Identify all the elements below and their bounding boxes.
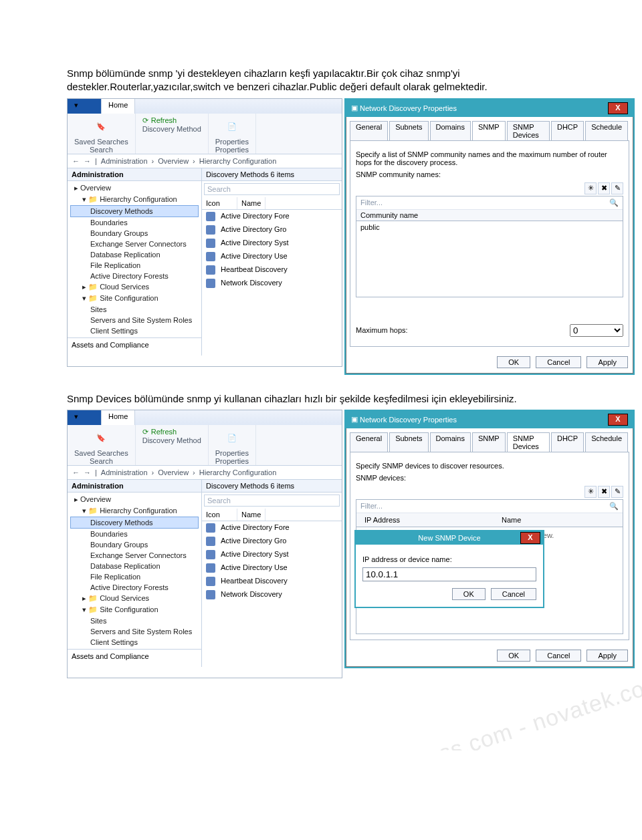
apply-button[interactable]: Apply [586, 650, 628, 662]
tab-subnets[interactable]: Subnets [389, 432, 428, 452]
close-icon[interactable]: X [608, 102, 628, 114]
tree-ad-forests[interactable]: Active Directory Forests [70, 271, 199, 281]
breadcrumb-0[interactable]: Administration [101, 157, 148, 165]
app-menu-tab[interactable]: ▾ [68, 410, 102, 425]
home-tab[interactable]: Home [102, 99, 135, 114]
tree-boundary-groups[interactable]: Boundary Groups [70, 228, 199, 239]
wunder-software-library[interactable]: Software Library [68, 352, 201, 356]
col-name[interactable]: Name [237, 197, 265, 209]
row-ad-forest[interactable]: Active Directory Fore [202, 210, 342, 223]
tree-overview[interactable]: ▸ Overview [70, 494, 199, 505]
tree-ad-forests[interactable]: Active Directory Forests [70, 582, 199, 593]
tab-subnets[interactable]: Subnets [389, 121, 428, 140]
community-name-header[interactable]: Community name [356, 210, 623, 221]
saved-searches-button[interactable]: 🔖 [74, 116, 128, 138]
tree-exchange-connectors[interactable]: Exchange Server Connectors [70, 239, 199, 249]
wunder-software-library[interactable]: Software Library [68, 663, 201, 667]
cancel-button[interactable]: Cancel [536, 650, 581, 662]
cancel-button[interactable]: Cancel [536, 356, 581, 368]
tree-discovery-methods[interactable]: Discovery Methods [70, 517, 199, 529]
tab-schedule[interactable]: Schedule [585, 432, 628, 452]
dialog-titlebar[interactable]: ▣ Network Discovery Properties X [346, 100, 633, 117]
tab-domains[interactable]: Domains [430, 121, 471, 140]
tree-sites[interactable]: Sites [70, 615, 199, 626]
list-search-input[interactable]: Search [204, 495, 340, 507]
tree-database-replication[interactable]: Database Replication [70, 561, 199, 571]
tab-snmp-devices[interactable]: SNMP Devices [507, 121, 550, 140]
tree-cloud-services[interactable]: ▸ 📁 Cloud Services [70, 281, 199, 293]
new-icon[interactable]: ✳ [584, 486, 597, 498]
row-ad-system[interactable]: Active Directory Syst [202, 548, 342, 561]
wunder-assets[interactable]: Assets and Compliance [68, 650, 201, 663]
tree-sites[interactable]: Sites [70, 304, 199, 315]
properties-button[interactable]: 📄 [215, 116, 249, 138]
wunder-assets[interactable]: Assets and Compliance [68, 338, 201, 352]
tree-boundaries[interactable]: Boundaries [70, 529, 199, 539]
tree-boundaries[interactable]: Boundaries [70, 217, 199, 228]
tree-servers-roles[interactable]: Servers and Site System Roles [70, 626, 199, 637]
row-ad-forest[interactable]: Active Directory Fore [202, 521, 342, 535]
col-name[interactable]: Name [498, 515, 525, 525]
tab-snmp[interactable]: SNMP [472, 432, 506, 452]
tree-file-replication[interactable]: File Replication [70, 571, 199, 582]
nav-fwd-icon[interactable]: → [84, 157, 91, 165]
tab-snmp-devices[interactable]: SNMP Devices [507, 432, 550, 452]
cancel-button[interactable]: Cancel [491, 588, 536, 600]
tree-overview[interactable]: ▸ Overview [70, 182, 199, 194]
tree-client-settings[interactable]: Client Settings [70, 637, 199, 648]
community-row-public[interactable]: public [356, 221, 623, 233]
tree-boundary-groups[interactable]: Boundary Groups [70, 539, 199, 550]
tree-discovery-methods[interactable]: Discovery Methods [70, 205, 199, 217]
tab-dhcp[interactable]: DHCP [551, 432, 584, 452]
tree-file-replication[interactable]: File Replication [70, 260, 199, 271]
tab-general[interactable]: General [350, 432, 388, 452]
tree-hierarchy-config[interactable]: ▾ 📁 Hierarchy Configuration [70, 194, 199, 205]
close-icon[interactable]: X [608, 414, 628, 426]
col-icon[interactable]: Icon [202, 197, 237, 209]
tree-site-configuration[interactable]: ▾ 📁 Site Configuration [70, 604, 199, 615]
app-menu-tab[interactable]: ▾ [68, 99, 102, 114]
properties-button[interactable]: 📄 [215, 428, 249, 449]
row-ad-user[interactable]: Active Directory Use [202, 250, 342, 263]
breadcrumb-2[interactable]: Hierarchy Configuration [199, 157, 277, 165]
breadcrumb-1[interactable]: Overview [158, 157, 189, 165]
tab-schedule[interactable]: Schedule [585, 121, 628, 140]
ip-input[interactable] [362, 567, 536, 581]
new-icon[interactable]: ✳ [584, 182, 597, 194]
row-network[interactable]: Network Discovery [202, 588, 342, 601]
tree-exchange-connectors[interactable]: Exchange Server Connectors [70, 550, 199, 561]
max-hops-select[interactable]: 0 [570, 324, 623, 337]
nav-back-icon[interactable]: ← [72, 157, 80, 165]
home-tab[interactable]: Home [102, 410, 135, 425]
delete-icon[interactable]: ✖ [598, 486, 610, 498]
apply-button[interactable]: Apply [586, 356, 628, 368]
filter-input[interactable]: Filter...🔍 [356, 196, 623, 210]
list-search-input[interactable]: Search [204, 183, 340, 195]
close-icon[interactable]: X [520, 532, 540, 544]
tab-snmp[interactable]: SNMP [472, 121, 506, 140]
refresh-button[interactable]: ⟳Refresh [142, 428, 201, 436]
row-network[interactable]: Network Discovery [202, 277, 342, 290]
row-ad-group[interactable]: Active Directory Gro [202, 223, 342, 237]
tree-cloud-services[interactable]: ▸ 📁 Cloud Services [70, 593, 199, 604]
saved-searches-button[interactable]: 🔖 [74, 428, 128, 449]
refresh-button[interactable]: ⟳ Refresh [142, 116, 201, 125]
ok-button[interactable]: OK [497, 356, 530, 368]
tree-hierarchy-config[interactable]: ▾ 📁 Hierarchy Configuration [70, 505, 199, 517]
tab-dhcp[interactable]: DHCP [551, 121, 584, 140]
filter-input[interactable]: Filter...🔍 [356, 500, 623, 513]
col-ip[interactable]: IP Address [360, 515, 498, 525]
tree-servers-roles[interactable]: Servers and Site System Roles [70, 315, 199, 325]
ok-button[interactable]: OK [497, 650, 530, 662]
tab-general[interactable]: General [350, 121, 388, 140]
tree-database-replication[interactable]: Database Replication [70, 249, 199, 260]
nav-fwd-icon[interactable]: → [84, 468, 91, 476]
row-ad-group[interactable]: Active Directory Gro [202, 535, 342, 548]
row-heartbeat[interactable]: Heartbeat Discovery [202, 263, 342, 277]
ok-button[interactable]: OK [452, 588, 486, 600]
tree-client-settings[interactable]: Client Settings [70, 325, 199, 336]
tab-domains[interactable]: Domains [430, 432, 471, 452]
edit-icon[interactable]: ✎ [611, 486, 623, 498]
tree-site-configuration[interactable]: ▾ 📁 Site Configuration [70, 293, 199, 304]
nav-back-icon[interactable]: ← [72, 468, 80, 476]
